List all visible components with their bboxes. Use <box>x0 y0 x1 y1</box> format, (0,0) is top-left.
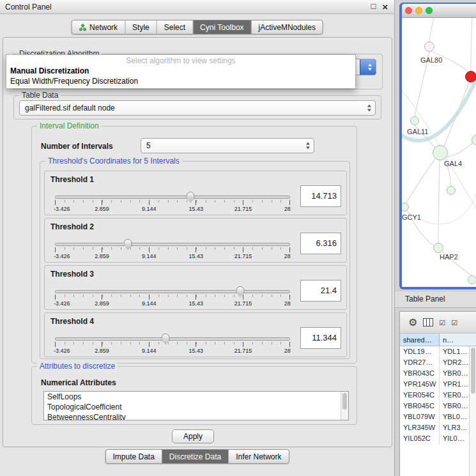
threshold-label: Threshold 3 <box>50 270 94 279</box>
table-row[interactable]: YLR345WYLR3… <box>400 422 476 433</box>
cyni-toolbox-panel: Discretization Algorithm Select algorith… <box>3 37 392 447</box>
scale-tick-label: 21.715 <box>234 300 252 307</box>
network-node[interactable] <box>424 42 434 52</box>
table-row[interactable]: YBR045CYBR0… <box>400 401 476 411</box>
attribute-list-item[interactable]: BetweennessCentrality <box>44 412 348 420</box>
table-cell: YIL052C <box>400 433 440 444</box>
threshold-value-field[interactable]: 21.4 <box>300 280 341 302</box>
scale-tick-label: 28 <box>284 206 291 212</box>
table-scrollbar[interactable] <box>469 346 476 476</box>
tab-select[interactable]: Select <box>157 20 193 34</box>
column-header-shared-name[interactable]: shared… <box>400 334 440 346</box>
scale-tick-label: 21.715 <box>234 348 252 354</box>
slider-track[interactable] <box>55 337 290 341</box>
scale-tick-label: 9.144 <box>142 253 157 259</box>
slider-track[interactable] <box>55 196 290 199</box>
algorithm-dropdown-popup: Select algorithm to view settings Manual… <box>6 54 356 89</box>
network-node[interactable] <box>447 186 456 195</box>
close-traffic-light-icon[interactable] <box>405 7 412 14</box>
slider-track[interactable] <box>55 290 290 293</box>
table-header-row: shared… n… <box>400 334 476 346</box>
list-scrollbar[interactable] <box>341 392 348 420</box>
columns-icon[interactable] <box>423 318 433 326</box>
combobox-stepper-cap[interactable] <box>360 59 376 75</box>
minimize-traffic-light-icon[interactable] <box>415 7 422 14</box>
table-data-combobox[interactable]: galFiltered.sif default node <box>19 100 376 116</box>
tab-style[interactable]: Style <box>125 20 157 34</box>
dropdown-option-manual[interactable]: Manual Discretization <box>6 65 355 75</box>
number-of-intervals-combobox[interactable]: 5 <box>141 138 314 153</box>
tab-discretize-data[interactable]: Discretize Data <box>162 450 229 463</box>
threshold-value-field[interactable]: 14.713 <box>300 185 341 207</box>
zoom-traffic-light-icon[interactable] <box>426 7 433 14</box>
slider-track[interactable] <box>55 243 290 246</box>
slider-scale-labels: -3.4262.8599.14415.4321.71528 <box>55 253 290 260</box>
network-view-window: GAL80GAL11GAL4GCY1HAP2 <box>399 3 476 289</box>
network-canvas[interactable]: GAL80GAL11GAL4GCY1HAP2 <box>402 18 476 287</box>
scale-tick-label: 15.43 <box>189 348 204 354</box>
network-node-label: HAP2 <box>440 253 458 261</box>
close-icon[interactable]: × <box>382 1 388 12</box>
table-cell: YPR145W <box>400 379 440 390</box>
node-table-body: YDL19…YDL1…YDR27…YDR2…YBR043CYBR0…YPR145… <box>400 346 476 444</box>
control-panel-titlebar: Control Panel □ × <box>0 0 394 14</box>
table-row[interactable]: YPR145WYPR1… <box>400 379 476 390</box>
network-node[interactable] <box>410 116 419 125</box>
network-node[interactable] <box>433 243 443 253</box>
scrollbar-thumb[interactable] <box>471 348 475 394</box>
table-row[interactable]: YER054CYER0… <box>400 390 476 401</box>
network-node[interactable] <box>465 71 476 82</box>
threshold-value-field[interactable]: 11.344 <box>300 327 341 349</box>
interval-definition-group: Interval Definition Number of Intervals … <box>31 126 357 364</box>
node-table-window: ⚙ ☑ ☑ shared… n… YDL19…YDL1…YDR27…YDR2…Y… <box>399 311 476 476</box>
scale-tick-label: 9.144 <box>142 300 157 307</box>
table-row[interactable]: YBR043CYBR0… <box>400 368 476 379</box>
table-panel-title: Table Panel <box>405 295 445 303</box>
table-cell: YDL19… <box>400 346 440 357</box>
network-node[interactable] <box>433 145 448 160</box>
float-window-icon[interactable]: □ <box>371 1 376 12</box>
scale-tick-label: 15.43 <box>189 206 204 212</box>
tab-label: Impute Data <box>112 452 154 461</box>
group-title: Interval Definition <box>37 121 102 131</box>
scale-tick-label: -3.426 <box>54 206 70 212</box>
tab-jactivemnodules[interactable]: jActiveMNodules <box>252 20 323 34</box>
control-panel-window: Control Panel □ × Network Style Select C… <box>0 0 395 476</box>
tab-cyni-toolbox[interactable]: Cyni Toolbox <box>193 20 251 34</box>
top-tab-bar: Network Style Select Cyni Toolbox jActiv… <box>71 20 323 35</box>
numerical-attributes-list[interactable]: SelfLoopsTopologicalCoefficientBetweenne… <box>43 391 349 420</box>
table-row[interactable]: YDR27…YDR2… <box>400 357 476 368</box>
table-row[interactable]: YBL079WYBL0… <box>400 411 476 422</box>
tab-label: Network <box>89 23 118 32</box>
network-node-label: GAL80 <box>420 56 442 64</box>
attribute-list-item[interactable]: SelfLoops <box>44 392 348 402</box>
network-node[interactable] <box>468 275 476 284</box>
table-cell: YBR045C <box>400 401 440 411</box>
bottom-tab-bar: Impute Data Discretize Data Infer Networ… <box>105 449 289 464</box>
scale-tick-label: -3.426 <box>54 348 70 354</box>
stepper-arrows-icon <box>368 64 372 71</box>
threshold-value-field[interactable]: 6.316 <box>300 233 341 254</box>
tab-label: Select <box>164 23 185 32</box>
select-none-columns-icon[interactable]: ☑ <box>451 319 457 326</box>
tab-network[interactable]: Network <box>72 20 125 34</box>
threshold-coordinates-group: Threshold's Coordinates for 5 Intervals … <box>40 161 350 359</box>
dropdown-option-equal-width[interactable]: Equal Width/Frequency Discretization <box>6 75 355 86</box>
threshold-label: Threshold 4 <box>50 317 94 326</box>
threshold-4-panel: Threshold 4 11.344 -3.4262.8599.14415.43… <box>44 312 347 357</box>
table-cell: YBL079W <box>400 411 440 422</box>
slider-ticks <box>55 200 290 205</box>
table-row[interactable]: YIL052CYIL0… <box>400 433 476 444</box>
select-all-columns-icon[interactable]: ☑ <box>439 319 445 326</box>
attribute-list-item[interactable]: TopologicalCoefficient <box>44 402 348 412</box>
tab-infer-network[interactable]: Infer Network <box>229 450 288 463</box>
apply-button[interactable]: Apply <box>172 429 214 443</box>
gear-icon[interactable]: ⚙ <box>408 318 417 328</box>
network-node-label: GAL11 <box>407 128 428 135</box>
tab-label: jActiveMNodules <box>259 23 316 32</box>
tab-impute-data[interactable]: Impute Data <box>105 450 162 463</box>
table-row[interactable]: YDL19…YDL1… <box>400 346 476 357</box>
group-title: Threshold's Coordinates for 5 Intervals <box>45 157 182 166</box>
scrollbar-thumb[interactable] <box>342 393 347 410</box>
column-header-name[interactable]: n… <box>440 334 476 346</box>
